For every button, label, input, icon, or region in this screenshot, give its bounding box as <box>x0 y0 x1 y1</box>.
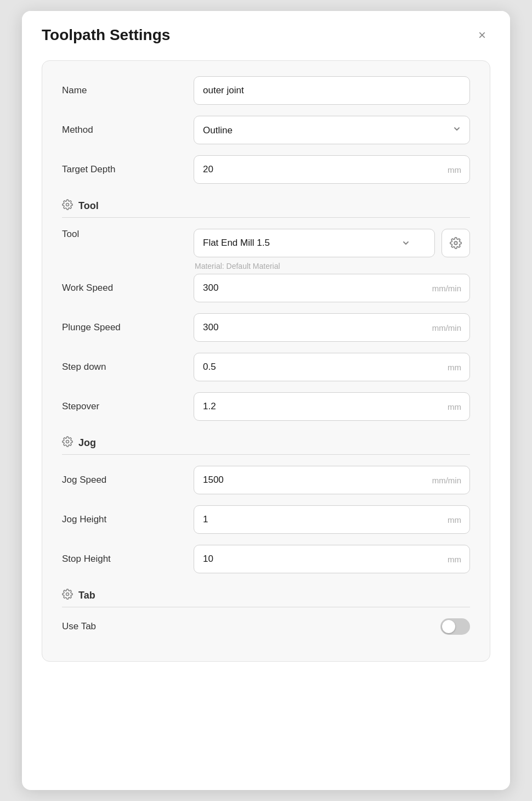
svg-point-0 <box>66 204 69 206</box>
tool-chevron-icon <box>401 239 410 247</box>
tool-label: Tool <box>62 229 194 240</box>
plunge-speed-row: Plunge Speed mm/min <box>62 313 470 342</box>
tool-settings-gear-icon <box>450 237 462 249</box>
jog-gear-icon <box>62 436 73 450</box>
work-speed-row: Work Speed mm/min <box>62 274 470 302</box>
close-button[interactable]: × <box>474 26 490 44</box>
svg-point-3 <box>66 593 69 596</box>
work-speed-label: Work Speed <box>62 283 194 294</box>
tool-dropdown-value: Flat End Mill 1.5 <box>203 238 270 249</box>
target-depth-input[interactable] <box>194 155 470 184</box>
stop-height-row: Stop Height mm <box>62 545 470 573</box>
tool-section-header: Tool <box>62 195 470 213</box>
use-tab-row: Use Tab <box>62 618 470 635</box>
tab-section-header: Tab <box>62 584 470 602</box>
method-label: Method <box>62 125 194 136</box>
step-down-input-wrapper: mm <box>194 353 470 381</box>
stepover-row: Stepover mm <box>62 392 470 421</box>
jog-height-input-wrapper: mm <box>194 505 470 534</box>
target-depth-row: Target Depth mm <box>62 155 470 184</box>
jog-height-row: Jog Height mm <box>62 505 470 534</box>
modal-header: Toolpath Settings × <box>22 11 510 55</box>
jog-height-input[interactable] <box>194 505 470 534</box>
plunge-speed-input-wrapper: mm/min <box>194 313 470 342</box>
modal-title: Toolpath Settings <box>42 26 170 44</box>
step-down-row: Step down mm <box>62 353 470 381</box>
tool-divider <box>62 217 470 218</box>
work-speed-input[interactable] <box>194 274 470 302</box>
name-label: Name <box>62 85 194 96</box>
use-tab-label: Use Tab <box>62 621 194 632</box>
plunge-speed-label: Plunge Speed <box>62 322 194 333</box>
use-tab-slider <box>440 618 470 635</box>
tab-divider <box>62 607 470 607</box>
tool-select-area: Flat End Mill 1.5 <box>194 229 470 270</box>
tool-gear-icon <box>62 199 73 213</box>
jog-section-header: Jog <box>62 432 470 450</box>
plunge-speed-input[interactable] <box>194 313 470 342</box>
modal-body: Name Method Outline Pocket Drill Contour <box>22 55 510 681</box>
target-depth-input-wrapper: mm <box>194 155 470 184</box>
tool-dropdown: Flat End Mill 1.5 <box>194 229 435 257</box>
tab-gear-icon <box>62 589 73 602</box>
jog-speed-label: Jog Speed <box>62 475 194 486</box>
jog-speed-input[interactable] <box>194 466 470 494</box>
stop-height-input-wrapper: mm <box>194 545 470 573</box>
stop-height-label: Stop Height <box>62 554 194 565</box>
step-down-input[interactable] <box>194 353 470 381</box>
target-depth-label: Target Depth <box>62 164 194 175</box>
svg-point-1 <box>454 241 457 245</box>
use-tab-toggle[interactable] <box>440 618 470 635</box>
stop-height-input[interactable] <box>194 545 470 573</box>
tool-section-title: Tool <box>78 200 99 212</box>
tab-section-title: Tab <box>78 590 95 601</box>
name-input[interactable] <box>194 76 470 105</box>
toolpath-settings-modal: Toolpath Settings × Name Method Outline … <box>22 11 510 790</box>
method-row: Method Outline Pocket Drill Contour <box>62 116 470 144</box>
method-select[interactable]: Outline Pocket Drill Contour <box>194 116 470 144</box>
tool-settings-button[interactable] <box>442 229 470 257</box>
stepover-label: Stepover <box>62 401 194 412</box>
jog-divider <box>62 454 470 455</box>
tool-row: Tool Flat End Mill 1.5 <box>62 229 470 270</box>
name-row: Name <box>62 76 470 105</box>
settings-card: Name Method Outline Pocket Drill Contour <box>42 60 490 662</box>
stepover-input-wrapper: mm <box>194 392 470 421</box>
method-select-wrapper: Outline Pocket Drill Contour <box>194 116 470 144</box>
work-speed-input-wrapper: mm/min <box>194 274 470 302</box>
jog-speed-input-wrapper: mm/min <box>194 466 470 494</box>
jog-section-title: Jog <box>78 437 96 449</box>
tool-dropdown-button[interactable]: Flat End Mill 1.5 <box>194 229 435 257</box>
stepover-input[interactable] <box>194 392 470 421</box>
material-label: Material: Default Material <box>194 262 470 270</box>
svg-point-2 <box>66 441 69 443</box>
step-down-label: Step down <box>62 362 194 373</box>
jog-speed-row: Jog Speed mm/min <box>62 466 470 494</box>
jog-height-label: Jog Height <box>62 514 194 525</box>
tool-select-wrapper: Flat End Mill 1.5 <box>194 229 470 257</box>
